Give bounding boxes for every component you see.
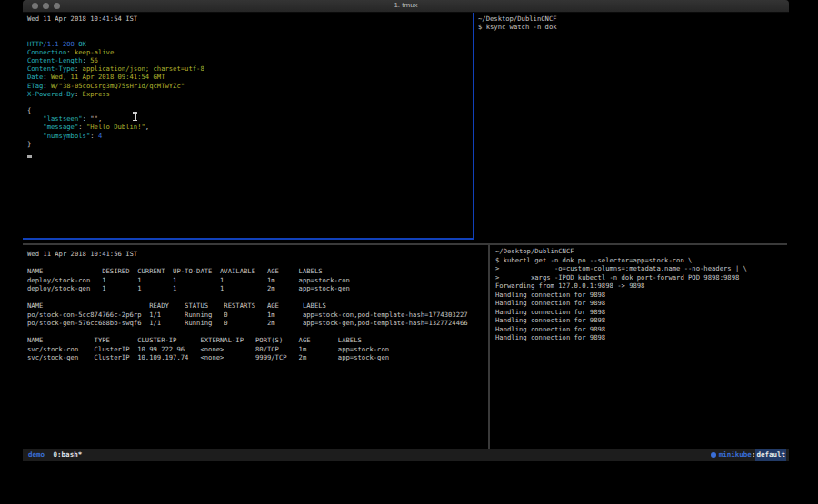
terminal-line: Forwarding from 127.0.0.1:9898 -> 9898: [495, 282, 786, 291]
terminal-line: deploy/stock-gen 1 1 1 1 2m app=stock-ge…: [27, 284, 486, 293]
terminal-line: svc/stock-gen ClusterIP 10.109.197.74 <n…: [27, 353, 486, 362]
terminal-line: Content-Length: 56: [27, 56, 471, 64]
terminal-line: deploy/stock-con 1 1 1 1 1m app=stock-co…: [27, 276, 486, 285]
terminal-line: ETag: W/"38-05coCsrg3mQ75sHr1d/qcMTwYZc": [27, 82, 471, 90]
terminal-line: $ ksync watch -n dok: [478, 23, 785, 31]
pane-ksync-watch[interactable]: ~/Desktop/DublinCNCF$ ksync watch -n dok: [478, 15, 785, 31]
terminal-line: svc/stock-con ClusterIP 10.99.222.96 <no…: [27, 345, 486, 354]
pane-border-vertical[interactable]: [488, 245, 490, 449]
terminal-line: Handling connection for 9898: [495, 308, 786, 317]
terminal-line: [27, 259, 486, 268]
terminal-line: Handling connection for 9898: [495, 325, 786, 334]
terminal-line: Wed 11 Apr 2018 10:41:54 IST: [27, 15, 471, 23]
session-name: demo: [28, 450, 45, 459]
terminal-cursor: [27, 155, 32, 158]
terminal-line: [27, 293, 486, 302]
terminal-line: NAME DESIRED CURRENT UP-TO-DATE AVAILABL…: [27, 267, 486, 276]
terminal-line: [27, 328, 486, 337]
terminal-line: > xargs -IPOD kubectl -n dok port-forwar…: [495, 273, 786, 282]
terminal-line: X-Powered-By: Express: [27, 90, 471, 98]
terminal-line: Handling connection for 9898: [495, 291, 786, 300]
terminal-line: Connection: keep-alive: [27, 48, 471, 56]
terminal-line: Content-Type: application/json; charset=…: [27, 64, 471, 73]
terminal-line: Handling connection for 9898: [495, 299, 786, 308]
terminal-line: ~/Desktop/DublinCNCF: [478, 15, 785, 23]
window-title: 1. tmux: [23, 1, 789, 9]
terminal-line: > -o=custom-columns=:metadata.name --no-…: [495, 264, 786, 273]
terminal-line: {: [27, 106, 471, 114]
active-pane-border-vertical[interactable]: [473, 13, 474, 240]
kube-context: minikube: [719, 449, 752, 461]
terminal-line: }: [27, 140, 471, 148]
kube-namespace: default: [755, 449, 786, 461]
terminal-line: "message": "Hello Dublin!",: [27, 123, 471, 131]
pane-port-forward[interactable]: ~/Desktop/DublinCNCF$ kubectl get -n dok…: [495, 247, 786, 342]
tmux-session: Wed 11 Apr 2018 10:41:54 IST HTTP/1.1 20…: [23, 13, 789, 449]
terminal-line: Wed 11 Apr 2018 10:41:56 IST: [27, 250, 486, 259]
terminal-line: "numsymbols": 4: [27, 132, 471, 140]
terminal-line: $ kubectl get -n dok po --selector=app=s…: [495, 256, 786, 265]
terminal-line: [27, 23, 471, 31]
mouse-cursor: [132, 112, 138, 121]
pane-kubectl-get[interactable]: Wed 11 Apr 2018 10:41:56 IST NAME DESIRE…: [27, 250, 486, 362]
terminal-line: [27, 98, 471, 106]
terminal-line: NAME TYPE CLUSTER-IP EXTERNAL-IP PORT(S)…: [27, 336, 486, 345]
terminal-line: Handling connection for 9898: [495, 333, 786, 342]
pane-border-horizontal[interactable]: [23, 243, 787, 245]
tmux-status-bar: demo 0:bash* minikube : default: [23, 449, 789, 461]
screen: { "window": { "title": "1. tmux" }, "col…: [0, 0, 818, 504]
terminal-line: Handling connection for 9898: [495, 316, 786, 325]
window-tab-bash[interactable]: 0:bash*: [54, 450, 83, 459]
terminal-line: Date: Wed, 11 Apr 2018 09:41:54 GMT: [27, 73, 471, 81]
terminal-line: NAME READY STATUS RESTARTS AGE LABELS: [27, 301, 486, 311]
terminal-line: HTTP/1.1 200 OK: [27, 40, 471, 48]
titlebar[interactable]: 1. tmux: [23, 0, 789, 13]
terminal-line: po/stock-gen-576cc688bb-swqf6 1/1 Runnin…: [27, 319, 486, 328]
status-left: demo 0:bash*: [28, 449, 82, 461]
kubernetes-icon: [711, 452, 716, 458]
status-right: minikube : default: [711, 449, 786, 461]
terminal-line: "lastseen": "",: [27, 114, 471, 123]
terminal-line: po/stock-con-5cc874766c-2p6rp 1/1 Runnin…: [27, 311, 486, 320]
pane-http-response[interactable]: Wed 11 Apr 2018 10:41:54 IST HTTP/1.1 20…: [27, 15, 471, 148]
terminal-line: [27, 31, 471, 39]
active-pane-border-horizontal[interactable]: [23, 238, 474, 240]
terminal-window: 1. tmux Wed 11 Apr 2018 10:41:54 IST HTT…: [23, 0, 789, 461]
terminal-line: ~/Desktop/DublinCNCF: [495, 247, 786, 256]
